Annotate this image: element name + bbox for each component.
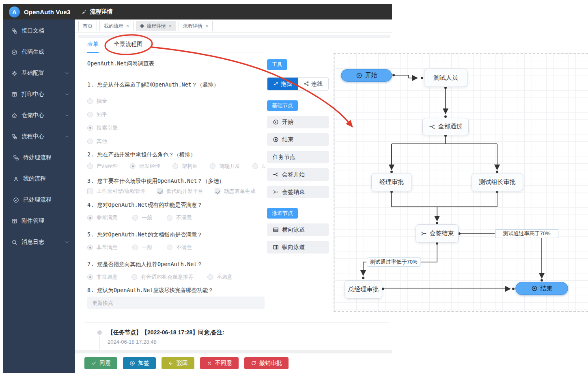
page-tab-我的流程[interactable]: 我的流程×: [99, 21, 134, 31]
radio-option-搜索引擎[interactable]: 搜索引擎: [87, 121, 265, 134]
radio-icon[interactable]: [252, 163, 258, 169]
option-label: 不满意: [176, 214, 192, 221]
radio-icon[interactable]: [87, 163, 93, 169]
palette-node-结束[interactable]: 结束: [267, 133, 329, 146]
radio-option-不满意[interactable]: 不满意: [167, 244, 192, 251]
palette-node-任务节点[interactable]: 任务节点: [267, 151, 329, 163]
radio-icon[interactable]: [87, 274, 93, 280]
radio-option-非常愿意[interactable]: 非常愿意: [87, 273, 118, 281]
radio-option-后端开发[interactable]: 后端开发: [252, 162, 265, 170]
content-tab-全景流程图[interactable]: 全景流程图: [114, 41, 142, 53]
arrow-left-icon: [168, 360, 174, 366]
radio-icon[interactable]: [130, 163, 136, 169]
page-tab-流程详情[interactable]: 流程详情×: [179, 21, 213, 31]
sidebar-item-仓储中心[interactable]: 仓储中心: [3, 105, 75, 126]
close-tab-icon[interactable]: ×: [205, 23, 208, 29]
flow-node-tester[interactable]: 测试人员: [424, 69, 467, 87]
option-label: 其他: [97, 138, 107, 145]
chevron-up-icon: [65, 134, 69, 139]
drag-mode-button[interactable]: 拖拽: [267, 78, 298, 90]
radio-option-有合适的机会愿意推荐[interactable]: 有合适的机会愿意推荐: [131, 273, 194, 281]
flow-node-allpass[interactable]: 全部通过: [422, 118, 469, 135]
radio-option-非常满意[interactable]: 非常满意: [87, 214, 118, 221]
radio-icon[interactable]: [132, 245, 138, 250]
radio-icon[interactable]: [167, 245, 172, 250]
flow-canvas[interactable]: 开始 测试人员 全部通过 经理审批 测试组长审批 会签结束 测试通过率高于70%…: [334, 53, 588, 312]
radio-icon[interactable]: [132, 215, 138, 221]
sidebar-subitem-我的流程[interactable]: 我的流程: [3, 168, 75, 189]
action-button-加签[interactable]: 加签: [123, 357, 156, 369]
flow-node-start[interactable]: 开始: [341, 69, 392, 82]
radio-option-一般[interactable]: 一般: [132, 214, 152, 221]
radio-icon[interactable]: [87, 98, 93, 104]
chevron-down-icon: [65, 71, 69, 76]
radio-option-架构师[interactable]: 架构师: [172, 162, 198, 170]
flow-node-manager[interactable]: 经理审批: [371, 173, 412, 191]
sidebar-item-消息日志[interactable]: 消息日志: [3, 232, 75, 253]
flow-node-joinend[interactable]: 会签结束: [416, 224, 459, 243]
radio-option-研发经理[interactable]: 研发经理: [130, 162, 160, 170]
radio-icon[interactable]: [131, 274, 137, 280]
close-tab-icon[interactable]: ×: [169, 23, 172, 29]
radio-icon[interactable]: [87, 112, 93, 117]
sidebar-item-附件管理[interactable]: 附件管理: [3, 210, 75, 232]
radio-icon[interactable]: [172, 163, 178, 169]
action-button-撤销审批[interactable]: 撤销审批: [244, 357, 289, 369]
flow-node-gm[interactable]: 总经理审批: [345, 280, 382, 299]
checkbox-option-低代码开发平台[interactable]: 低代码开发平台: [157, 188, 203, 195]
action-button-同意[interactable]: 同意: [84, 357, 117, 369]
sidebar-item-label: 消息日志: [22, 238, 65, 246]
radio-option-非常满意[interactable]: 非常满意: [87, 244, 118, 251]
radio-icon[interactable]: [167, 215, 172, 221]
sidebar-item-接口文档[interactable]: 接口文档: [3, 20, 75, 41]
radio-icon[interactable]: [87, 125, 93, 131]
radio-icon[interactable]: [87, 215, 93, 221]
radio-option-不愿意[interactable]: 不愿意: [207, 273, 233, 281]
radio-icon[interactable]: [210, 163, 215, 169]
palette-lane-横向泳道[interactable]: 横向泳道: [267, 223, 329, 236]
palette-node-开始[interactable]: 开始: [267, 116, 329, 128]
radio-icon[interactable]: [207, 274, 213, 280]
palette-node-会签开始[interactable]: 会签开始: [267, 168, 329, 181]
question-block: 4. 您对OpenAuth.Net现有的功能是否满意？非常满意一般不满意: [87, 202, 265, 221]
collapse-menu-icon[interactable]: [81, 9, 87, 15]
sidebar-subitem-已处理流程[interactable]: 已处理流程: [3, 189, 75, 210]
check-icon: [91, 360, 97, 366]
page-tab-首页[interactable]: 首页: [78, 21, 97, 31]
home-icon: [11, 113, 17, 119]
sidebar-item-代码生成[interactable]: 代码生成: [3, 41, 75, 63]
palette-node-会签结束[interactable]: 会签结束: [267, 186, 329, 198]
footer-divider: [85, 322, 389, 323]
sidebar-subitem-待处理流程[interactable]: 待处理流程: [3, 147, 75, 168]
link-mode-button[interactable]: 连线: [298, 78, 328, 90]
checkbox-option-动态表单生成[interactable]: 动态表单生成: [215, 188, 256, 195]
palette-lane-纵向泳道[interactable]: 纵向泳道: [267, 241, 329, 254]
sidebar-item-打印中心[interactable]: 打印中心: [3, 84, 75, 105]
radio-option-一般[interactable]: 一般: [132, 244, 152, 251]
radio-option-前端开发[interactable]: 前端开发: [210, 162, 240, 170]
radio-option-产品经理[interactable]: 产品经理: [87, 162, 118, 170]
sidebar-item-流程中心[interactable]: 流程中心: [3, 126, 75, 147]
action-button-驳回[interactable]: 驳回: [162, 357, 194, 369]
radio-option-不满意[interactable]: 不满意: [167, 214, 192, 221]
sidebar-subitem-label: 我的流程: [23, 175, 69, 182]
radio-icon[interactable]: [87, 139, 93, 144]
form-title: OpenAuth.Net问卷调查表: [87, 60, 154, 67]
question-answer-input[interactable]: 更新快点: [87, 297, 265, 309]
sidebar-item-基础配置[interactable]: 基础配置: [3, 63, 75, 84]
content-tab-表单[interactable]: 表单: [87, 41, 99, 53]
radio-option-掘金[interactable]: 掘金: [87, 94, 265, 108]
horizontal-scrollbar[interactable]: [78, 35, 390, 38]
action-button-不同意[interactable]: 不同意: [200, 357, 239, 369]
radio-option-知乎[interactable]: 知乎: [87, 108, 265, 121]
page-tab-流程详情[interactable]: 流程详情×: [136, 21, 176, 31]
checkbox-icon[interactable]: [215, 188, 220, 194]
checkbox-icon[interactable]: [157, 188, 163, 194]
radio-icon[interactable]: [87, 245, 93, 250]
radio-option-其他[interactable]: 其他: [87, 134, 265, 148]
flow-node-end[interactable]: 结束: [515, 282, 568, 295]
checkbox-option-工作流引擎/流程管理[interactable]: 工作流引擎/流程管理: [87, 188, 146, 195]
flow-node-testlead[interactable]: 测试组长审批: [472, 173, 523, 191]
close-tab-icon[interactable]: ×: [126, 23, 129, 29]
checkbox-icon[interactable]: [87, 188, 93, 194]
